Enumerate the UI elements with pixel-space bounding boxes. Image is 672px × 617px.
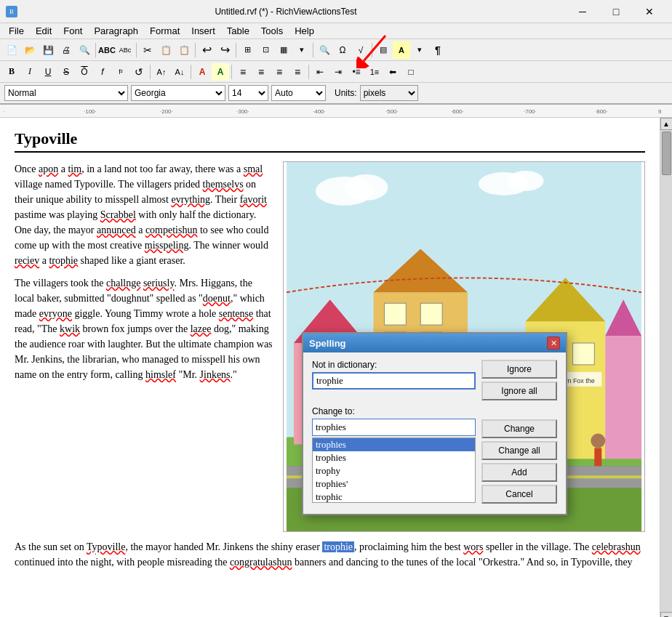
color-select[interactable]: Auto [271,85,326,101]
outdent-button[interactable]: ⬅ [384,63,401,81]
subscript-button[interactable]: f [94,63,111,81]
overline-button[interactable]: Ō [76,63,93,81]
change-button[interactable]: Change [481,419,557,438]
align-right-button[interactable]: ≡ [271,63,288,81]
svg-text:·600·: ·600· [451,108,464,115]
new-button[interactable]: 📄 [3,41,20,59]
paste-button[interactable]: 📋 [175,41,193,59]
suggestions-listbox[interactable]: trophies trophies trophy trophies' troph… [312,437,476,503]
font-select[interactable]: Georgia Arial Times New Roman [131,85,225,101]
shrink-font-button[interactable]: A↓ [171,63,188,81]
minimize-button[interactable]: ─ [566,0,599,23]
spellcheck2-button[interactable]: ABc [116,41,134,59]
menu-table[interactable]: Table [221,24,255,38]
change-to-input[interactable] [312,419,476,436]
cancel-button[interactable]: Cancel [481,485,557,504]
undo-button[interactable]: ↩ [198,41,215,59]
formula-button[interactable]: √ [352,41,369,59]
align-left-button[interactable]: ≡ [234,63,252,81]
dialog-title: Spelling [309,338,346,349]
menu-tools[interactable]: Tools [255,24,289,38]
ignore-button[interactable]: Ignore [481,360,557,379]
close-button[interactable]: ✕ [633,0,666,23]
fields-button[interactable]: ▤ [375,41,392,59]
window-title: Untitled.rvf (*) - RichViewActionsTest [6,7,566,17]
indent-more-button[interactable]: ⇥ [329,63,347,81]
scroll-down-button[interactable]: ▼ [660,612,673,617]
preview-button[interactable]: 🔍 [76,41,93,59]
highlight-dd-button[interactable]: ▾ [411,41,428,59]
menu-paragraph[interactable]: Paragraph [88,24,144,38]
redo-button[interactable]: ↪ [216,41,233,59]
menu-edit[interactable]: Edit [30,24,57,38]
menu-format[interactable]: Format [144,24,185,38]
pilcrow-button[interactable]: ¶ [429,41,447,59]
add-button[interactable]: Add [481,463,557,482]
scroll-up-button[interactable]: ▲ [660,118,673,130]
suggestion-trophy[interactable]: trophy [313,464,475,477]
spellcheck-button[interactable]: ABC [98,41,116,59]
maximize-button[interactable]: □ [599,0,633,23]
misspelled-reciev: reciev [15,255,39,266]
ignore-all-button[interactable]: Ignore all [481,382,557,400]
print-button[interactable]: 🖨 [57,41,75,59]
units-label: Units: [335,88,357,98]
menu-help[interactable]: Help [289,24,320,38]
italic-button[interactable]: I [21,63,39,81]
scroll-thumb[interactable] [662,132,671,175]
dialog-close-button[interactable]: ✕ [547,336,560,350]
save-button[interactable]: 💾 [39,41,57,59]
bullets-button[interactable]: •≡ [348,63,365,81]
misspelled-doenut: doenut [203,293,231,304]
grow-font-button[interactable]: A↑ [153,63,170,81]
table2-button[interactable]: ⊡ [257,41,274,59]
cut-button[interactable]: ✂ [139,41,156,59]
size-select[interactable]: 14 8 10 12 16 18 [228,85,268,101]
underline-button[interactable]: U [39,63,57,81]
title-bar: R Untitled.rvf (*) - RichViewActionsTest… [0,0,672,23]
search-button[interactable]: 🔍 [316,41,333,59]
vertical-scrollbar[interactable]: ▲ ▼ [660,118,672,617]
border-button[interactable]: □ [402,63,420,81]
dialog-right-col2: Change Change all Add Cancel [481,406,557,504]
style-select[interactable]: Normal Heading 1 Heading 2 [4,85,128,101]
indent-less-button[interactable]: ⇤ [311,63,329,81]
menu-file[interactable]: File [3,24,30,38]
units-select[interactable]: pixels inches cm [360,85,418,101]
strikethrough-button[interactable]: S [57,63,75,81]
bold-button[interactable]: B [3,63,20,81]
suggestion-trophies-selected[interactable]: trophies [313,438,475,451]
change-all-button[interactable]: Change all [481,441,557,460]
toolbar2-separator3 [231,65,232,79]
open-button[interactable]: 📂 [21,41,39,59]
doc-para3: As the sun set on Typoville, the mayor h… [15,539,645,570]
script-button[interactable]: ↺ [130,63,148,81]
dialog-row2: Change to: trophies trophies trophy trop… [312,406,557,504]
menu-font[interactable]: Font [57,24,88,38]
superscript-button[interactable]: f² [112,63,129,81]
dialog-titlebar: Spelling ✕ [303,334,566,352]
toolbar2: B I U S Ō f f² ↺ A↑ A↓ A A ≡ ≡ ≡ ≡ ⇤ ⇥ •… [0,61,672,83]
align-center-button[interactable]: ≡ [252,63,270,81]
symbol-button[interactable]: Ω [334,41,351,59]
align-justify-button[interactable]: ≡ [289,63,306,81]
suggestion-trophies-apos[interactable]: trophies' [313,477,475,491]
ruler: · ·100· ·200· ·300· ·400· ·500· ·600· ·7… [0,105,672,118]
highlight-toggle-button[interactable]: A [393,41,410,59]
svg-rect-31 [384,303,406,325]
menu-insert[interactable]: Insert [185,24,221,38]
numbered-button[interactable]: 1≡ [366,63,383,81]
table-dd-button[interactable]: ▾ [293,41,311,59]
not-in-dict-input[interactable] [312,372,476,390]
table-button[interactable]: ⊞ [239,41,256,59]
dialog-right-col: Ignore Ignore all [481,360,557,400]
copy-button[interactable]: 📋 [157,41,175,59]
font-color-button[interactable]: A [193,63,211,81]
misspelled-celebrashun: celebrashun [592,541,641,552]
highlighted-trophie: trophie [322,541,354,552]
suggestion-trophies2[interactable]: trophies [313,451,475,464]
highlight-button[interactable]: A [212,63,229,81]
suggestion-trophic[interactable]: trophic [313,491,475,503]
misspelled-typoville2: Typoville [87,541,125,552]
table3-button[interactable]: ▦ [275,41,292,59]
